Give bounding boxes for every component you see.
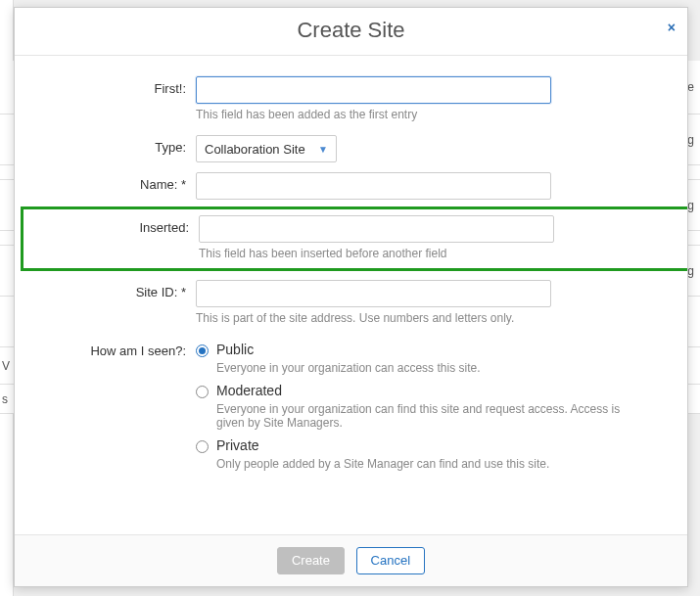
visibility-label-moderated: Moderated <box>216 383 282 398</box>
bg-text: s <box>2 392 8 406</box>
row-name: Name: * <box>34 169 658 203</box>
close-icon[interactable]: × <box>668 20 676 35</box>
row-first: First!: This field has been added as the… <box>34 73 658 132</box>
visibility-label-public: Public <box>216 342 254 357</box>
visibility-radio-private[interactable] <box>196 440 209 453</box>
chevron-down-icon: ▼ <box>318 144 328 155</box>
bg-text: e <box>687 80 694 94</box>
helper-siteid: This is part of the site address. Use nu… <box>196 311 570 325</box>
type-select[interactable]: Collaboration Site ▼ <box>196 135 337 162</box>
row-siteid: Site ID: * This is part of the site addr… <box>34 277 658 336</box>
dialog-header: Create Site × <box>15 8 687 56</box>
create-button[interactable]: Create <box>277 547 345 574</box>
label-type: Type: <box>34 135 196 155</box>
dialog-footer: Create Cancel <box>15 534 687 586</box>
label-inserted: Inserted: <box>33 215 199 235</box>
visibility-radio-public[interactable] <box>196 344 209 357</box>
helper-inserted: This field has been inserted before anot… <box>199 247 659 260</box>
visibility-desc-private: Only people added by a Site Manager can … <box>216 457 638 471</box>
inserted-input[interactable] <box>199 215 554 243</box>
label-visibility: How am I seen?: <box>34 339 196 358</box>
label-siteid: Site ID: * <box>34 280 196 299</box>
row-inserted: Inserted: This field has been inserted b… <box>33 215 659 262</box>
label-first: First!: <box>34 76 196 96</box>
row-type: Type: Collaboration Site ▼ <box>34 132 658 165</box>
dialog-body: First!: This field has been added as the… <box>15 56 687 534</box>
dialog-title: Create Site <box>297 18 404 42</box>
row-visibility: How am I seen?: Public Everyone in your … <box>34 336 658 481</box>
cancel-button[interactable]: Cancel <box>356 547 425 574</box>
type-select-value: Collaboration Site <box>205 142 305 157</box>
visibility-label-private: Private <box>216 437 259 453</box>
create-site-dialog: Create Site × First!: This field has bee… <box>14 7 688 587</box>
inserted-highlight: Inserted: This field has been inserted b… <box>21 206 687 271</box>
visibility-desc-public: Everyone in your organization can access… <box>216 361 638 375</box>
siteid-input[interactable] <box>196 280 551 307</box>
visibility-desc-moderated: Everyone in your organization can find t… <box>216 402 638 430</box>
name-input[interactable] <box>196 172 551 200</box>
label-name: Name: * <box>34 172 196 192</box>
visibility-radio-moderated[interactable] <box>196 386 209 398</box>
first-input[interactable] <box>196 76 551 104</box>
helper-first: This field has been added as the first e… <box>196 108 570 121</box>
bg-text: V <box>2 359 10 373</box>
